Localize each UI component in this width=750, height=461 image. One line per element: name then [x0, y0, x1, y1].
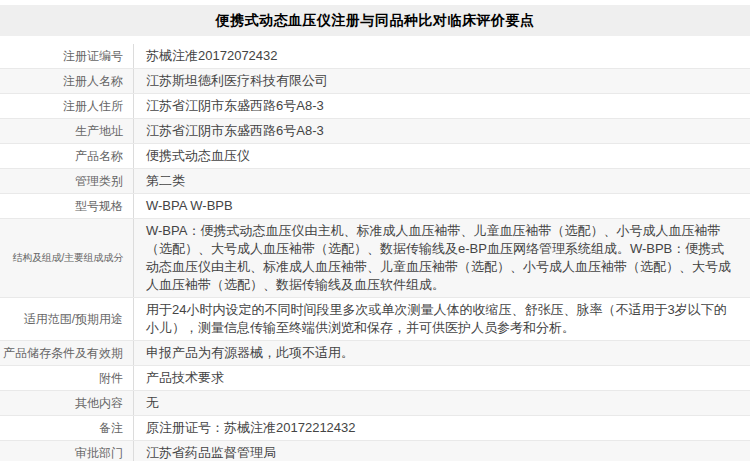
table-row: 产品名称便携式动态血压仪 — [0, 144, 750, 169]
table-row: 适用范围/预期用途用于24小时内设定的不同时间段里多次或单次测量人体的收缩压、舒… — [0, 298, 750, 341]
table-row: 结构及组成/主要组成成分W-BPA：便携式动态血压仪由主机、标准成人血压袖带、儿… — [0, 219, 750, 298]
row-label: 结构及组成/主要组成成分 — [0, 247, 133, 269]
row-value: W-BPA：便携式动态血压仪由主机、标准成人血压袖带、儿童血压袖带（选配）、小号… — [134, 219, 750, 297]
table-row: 注册人名称江苏斯坦德利医疗科技有限公司 — [0, 69, 750, 94]
table-row: 产品储存条件及有效期申报产品为有源器械，此项不适用。 — [0, 341, 750, 366]
table-row: 注册人住所江苏省江阴市东盛西路6号A8-3 — [0, 94, 750, 119]
table-row: 注册证编号苏械注准20172072432 — [0, 44, 750, 69]
row-label: 产品名称 — [0, 145, 133, 167]
table-row: 型号规格W-BPA W-BPB — [0, 194, 750, 219]
registration-info-table: 注册证编号苏械注准20172072432注册人名称江苏斯坦德利医疗科技有限公司注… — [0, 44, 750, 461]
row-label: 注册人名称 — [0, 70, 133, 92]
row-label: 型号规格 — [0, 195, 133, 217]
row-value: 产品技术要求 — [134, 366, 750, 390]
row-label: 适用范围/预期用途 — [0, 308, 133, 330]
row-label: 生产地址 — [0, 120, 133, 142]
row-value: 便携式动态血压仪 — [134, 144, 750, 168]
row-value: 第二类 — [134, 169, 750, 193]
row-value: 原注册证号：苏械注准20172212432 — [134, 416, 750, 440]
row-value: 用于24小时内设定的不同时间段里多次或单次测量人体的收缩压、舒张压、脉率（不适用… — [134, 298, 750, 340]
row-label: 产品储存条件及有效期 — [0, 342, 133, 364]
table-row: 生产地址江苏省江阴市东盛西路6号A8-3 — [0, 119, 750, 144]
table-row: 其他内容无 — [0, 391, 750, 416]
row-value: 无 — [134, 391, 750, 415]
title-table-gap — [0, 36, 750, 44]
row-value: 江苏省江阴市东盛西路6号A8-3 — [134, 119, 750, 143]
table-row: 备注原注册证号：苏械注准20172212432 — [0, 416, 750, 441]
row-label: 注册证编号 — [0, 45, 133, 67]
row-label: 其他内容 — [0, 392, 133, 414]
row-value: W-BPA W-BPB — [134, 194, 750, 218]
table-row: 管理类别第二类 — [0, 169, 750, 194]
page-title-bar: 便携式动态血压仪注册与同品种比对临床评价要点 — [0, 5, 750, 36]
table-row: 审批部门江苏省药品监督管理局 — [0, 441, 750, 461]
page-title: 便携式动态血压仪注册与同品种比对临床评价要点 — [216, 12, 535, 30]
row-label: 审批部门 — [0, 442, 133, 461]
row-value: 江苏省药品监督管理局 — [134, 441, 750, 461]
row-value: 江苏省江阴市东盛西路6号A8-3 — [134, 94, 750, 118]
row-label: 管理类别 — [0, 170, 133, 192]
row-label: 附件 — [0, 367, 133, 389]
table-row: 附件产品技术要求 — [0, 366, 750, 391]
row-value: 苏械注准20172072432 — [134, 44, 750, 68]
row-value: 申报产品为有源器械，此项不适用。 — [134, 341, 750, 365]
row-label: 注册人住所 — [0, 95, 133, 117]
row-value: 江苏斯坦德利医疗科技有限公司 — [134, 69, 750, 93]
row-label: 备注 — [0, 417, 133, 439]
